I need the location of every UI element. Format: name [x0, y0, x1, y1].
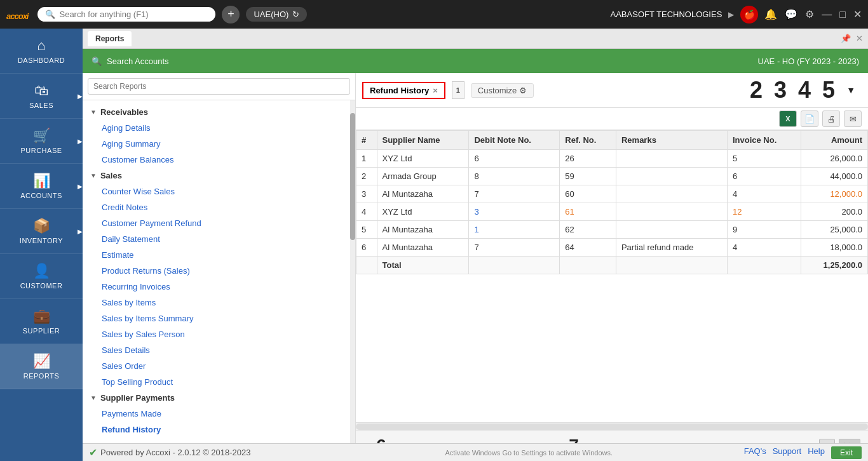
sidebar-item-supplier[interactable]: 💼 SUPPLIER [0, 299, 83, 344]
tree-scrollbar[interactable] [350, 100, 355, 461]
cell-debit-note[interactable]: 7 [469, 239, 560, 257]
tree-item-sales-order[interactable]: Sales Order [83, 358, 355, 374]
tree-item-sales-details[interactable]: Sales Details [83, 342, 355, 358]
total-empty-2 [469, 257, 560, 274]
region-label: UAE(HO) [254, 10, 288, 19]
sidebar-item-purchase[interactable]: 🛒 PURCHASE ▶ [0, 119, 83, 164]
faqs-link[interactable]: FAQ's [744, 446, 766, 459]
exit-button[interactable]: Exit [831, 446, 862, 459]
topbar-icons: 🔔 💬 ⚙ — □ ✕ [764, 8, 862, 20]
sidebar-item-reports[interactable]: 📈 REPORTS [0, 344, 83, 389]
sidebar-item-customer[interactable]: 👤 CUSTOMER [0, 254, 83, 299]
search-icon: 🔍 [45, 10, 55, 19]
tree-item-top-selling-product[interactable]: Top Selling Product [83, 374, 355, 390]
tree-header-supplier-payments[interactable]: ▼ Supplier Payments [83, 390, 355, 406]
tree-item-sales-by-items[interactable]: Sales by Items [83, 295, 355, 311]
search-input[interactable] [59, 10, 199, 19]
support-link[interactable]: Support [773, 446, 802, 459]
cell-debit-note[interactable]: 6 [469, 150, 560, 168]
sales-collapse-icon: ▼ [90, 172, 97, 179]
tree-section-supplier-payments: ▼ Supplier Payments Payments Made Refund… [83, 390, 355, 438]
email-button[interactable]: ✉ [844, 110, 862, 127]
tree-item-aging-details[interactable]: Aging Details [83, 120, 355, 136]
cell-debit-note[interactable]: 7 [469, 185, 560, 203]
tree-item-aging-summary[interactable]: Aging Summary [83, 136, 355, 152]
cell-amount: 200.0 [801, 203, 867, 221]
tree-header-receivables[interactable]: ▼ Receivables [83, 104, 355, 120]
supplier-icon: 💼 [33, 308, 50, 324]
tree-item-recurring-invoices[interactable]: Recurring Invoices [83, 279, 355, 295]
print-button[interactable]: 🖨 [822, 110, 840, 127]
tree-item-product-returns[interactable]: Product Returns (Sales) [83, 263, 355, 279]
maximize-icon[interactable]: □ [839, 9, 846, 20]
active-tab-close[interactable]: × [433, 86, 438, 95]
sidebar-item-accounts[interactable]: 📊 ACCOUNTS ▶ [0, 164, 83, 209]
tree-item-sales-by-items-summary[interactable]: Sales by Items Summary [83, 311, 355, 326]
tree-item-refund-history[interactable]: Refund History [83, 422, 355, 438]
table-row: 4 XYZ Ltd 3 61 12 200.0 [356, 203, 868, 221]
settings-icon[interactable]: ⚙ [805, 8, 814, 20]
toolbar-more-icon[interactable]: ▼ [846, 85, 855, 95]
cell-num: 2 [356, 168, 377, 185]
tree-header-sales[interactable]: ▼ Sales [83, 168, 355, 184]
cell-ref: 59 [560, 168, 616, 185]
export-pdf-button[interactable]: 📄 [801, 110, 818, 127]
customer-icon: 👤 [33, 263, 50, 279]
cell-num: 1 [356, 150, 377, 168]
expand-icon: ▶ [728, 10, 734, 19]
active-report-tab[interactable]: Refund History × [362, 82, 445, 99]
app-logo: accoxi [6, 6, 28, 23]
export-toolbar: X 📄 🖨 ✉ [356, 108, 868, 130]
sidebar-label-sales: SALES [29, 102, 53, 109]
report-toolbar: Refund History × 1 Customize ⚙ 2 3 4 5 ▼ [356, 73, 868, 108]
tree-item-sales-by-sales-person[interactable]: Sales by Sales Person [83, 326, 355, 342]
tab-bar: Reports 📌 ✕ [83, 29, 868, 49]
col-header-num: # [356, 131, 377, 150]
global-search[interactable]: 🔍 [37, 7, 215, 22]
search-reports-input[interactable] [88, 78, 350, 95]
tree-item-daily-statement[interactable]: Daily Statement [83, 231, 355, 247]
tree-item-counter-wise-sales[interactable]: Counter Wise Sales [83, 184, 355, 199]
export-excel-button[interactable]: X [779, 110, 797, 127]
sidebar-item-inventory[interactable]: 📦 INVENTORY ▶ [0, 209, 83, 254]
tab-close-icon[interactable]: ✕ [856, 34, 863, 43]
toolbar-num-2: 2 [750, 77, 763, 104]
tab-bar-right: 📌 ✕ [841, 34, 863, 43]
tree-item-payments-made[interactable]: Payments Made [83, 406, 355, 422]
add-button[interactable]: + [222, 6, 240, 23]
minimize-icon[interactable]: — [822, 9, 832, 20]
tree-item-customer-balances[interactable]: Customer Balances [83, 152, 355, 168]
total-empty-5 [727, 257, 801, 274]
col-header-amount: Amount [801, 131, 867, 150]
windows-activation-msg: Activate Windows Go to Settings to activ… [445, 449, 613, 457]
customize-button[interactable]: Customize ⚙ [471, 83, 534, 98]
table-row: 5 Al Muntazaha 1 62 9 25,000.0 [356, 221, 868, 239]
close-icon[interactable]: ✕ [853, 8, 862, 20]
cell-num: 4 [356, 203, 377, 221]
tab-reports[interactable]: Reports [88, 31, 132, 46]
help-link[interactable]: Help [808, 446, 825, 459]
region-selector[interactable]: UAE(HO) ↻ [246, 7, 307, 22]
cell-debit-note[interactable]: 3 [469, 203, 560, 221]
sidebar-label-inventory: INVENTORY [20, 237, 63, 244]
cell-supplier: Al Muntazaha [377, 185, 469, 203]
supplier-payments-collapse-icon: ▼ [90, 394, 97, 401]
notifications-icon[interactable]: 🔔 [764, 8, 777, 20]
sidebar-label-dashboard: DASHBOARD [18, 57, 65, 64]
cell-debit-note[interactable]: 8 [469, 168, 560, 185]
tree-item-estimate[interactable]: Estimate [83, 247, 355, 263]
refresh-icon[interactable]: ↻ [292, 10, 299, 19]
pin-icon[interactable]: 📌 [841, 34, 851, 43]
messages-icon[interactable]: 💬 [785, 8, 797, 20]
sidebar-item-sales[interactable]: 🛍 SALES ▶ [0, 74, 83, 119]
tree-scrollbar-thumb [350, 113, 355, 240]
cell-debit-note[interactable]: 1 [469, 221, 560, 239]
horizontal-scrollbar[interactable] [356, 422, 868, 430]
sidebar-item-dashboard[interactable]: ⌂ DASHBOARD [0, 29, 83, 74]
customize-number-badge[interactable]: 1 [452, 81, 465, 99]
total-label: Total [377, 257, 469, 274]
bottom-bar: ✔ Powered by Accoxi - 2.0.12 © 2018-2023… [83, 443, 868, 461]
cell-supplier: Armada Group [377, 168, 469, 185]
tree-item-customer-payment-refund[interactable]: Customer Payment Refund [83, 215, 355, 231]
tree-item-credit-notes[interactable]: Credit Notes [83, 199, 355, 215]
